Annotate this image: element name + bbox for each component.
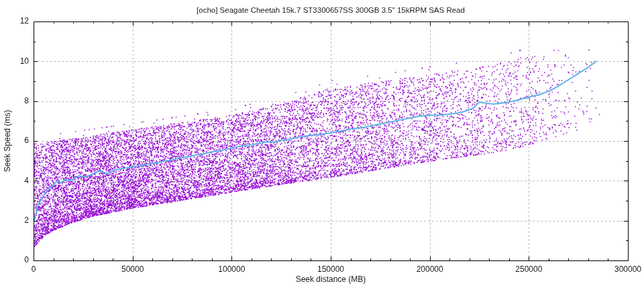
seek-benchmark-chart: [ocho] Seagate Cheetah 15k.7 ST3300657SS… <box>0 0 644 290</box>
plot-canvas <box>0 0 644 290</box>
x-axis-label: Seek distance (MB) <box>34 275 628 284</box>
chart-title: [ocho] Seagate Cheetah 15k.7 ST3300657SS… <box>34 5 628 15</box>
y-axis-label: Seek Speed (ms) <box>2 74 13 208</box>
